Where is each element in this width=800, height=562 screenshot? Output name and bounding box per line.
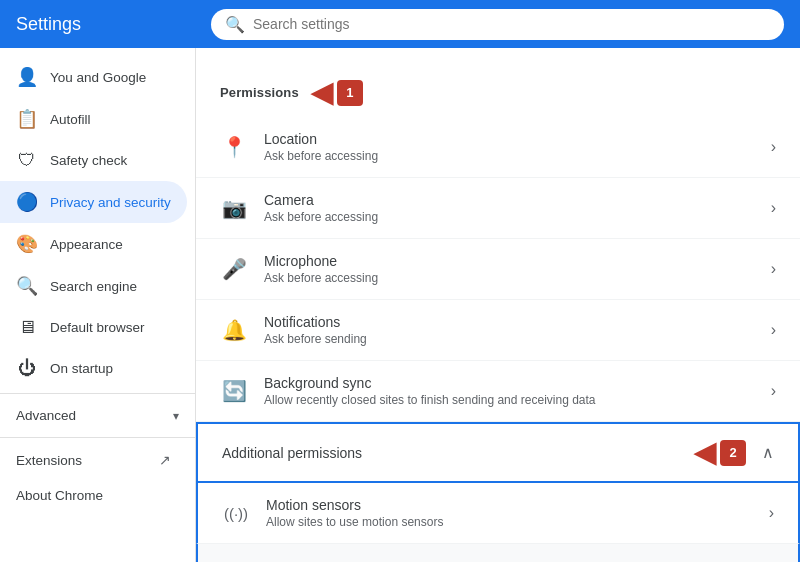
settings-item-microphone[interactable]: 🎤 Microphone Ask before accessing › [196,239,800,300]
additional-permissions-text: Additional permissions [222,445,678,461]
sidebar-item-on-startup[interactable]: ⏻ On startup [0,348,187,389]
startup-icon: ⏻ [16,358,38,379]
annotation-badge-1: 1 [337,80,363,106]
camera-arrow: › [771,199,776,217]
collapse-icon: ∧ [762,443,774,462]
notifications-arrow: › [771,321,776,339]
camera-icon: 📷 [220,196,248,220]
settings-item-camera[interactable]: 📷 Camera Ask before accessing › [196,178,800,239]
permissions-header-text: Permissions [220,85,299,100]
annotation-1-group: ◀ 1 [311,76,363,109]
sidebar-label-search-engine: Search engine [50,279,137,294]
settings-item-motion-sensors[interactable]: ((·)) Motion sensors Allow sites to use … [196,483,800,544]
search-bar[interactable]: 🔍 [211,9,784,40]
sidebar-label-default-browser: Default browser [50,320,145,335]
sidebar-divider-2 [0,437,195,438]
sidebar-item-search-engine[interactable]: 🔍 Search engine [0,265,187,307]
motion-sensors-text: Motion sensors Allow sites to use motion… [266,497,753,529]
privacy-icon: 🔵 [16,191,38,213]
external-link-icon: ↗ [159,452,171,468]
location-text: Location Ask before accessing [264,131,755,163]
permissions-section-header: Permissions ◀ 1 [196,72,800,117]
sidebar-item-autofill[interactable]: 📋 Autofill [0,98,187,140]
background-sync-title: Background sync [264,375,755,391]
app-header: Settings 🔍 [0,0,800,48]
location-subtitle: Ask before accessing [264,149,755,163]
sidebar-item-appearance[interactable]: 🎨 Appearance [0,223,187,265]
sidebar-label-on-startup: On startup [50,361,113,376]
notifications-icon: 🔔 [220,318,248,342]
sidebar-divider [0,393,195,394]
background-sync-text: Background sync Allow recently closed si… [264,375,755,407]
sidebar-label-safety-check: Safety check [50,153,127,168]
settings-item-location[interactable]: 📍 Location Ask before accessing › [196,117,800,178]
motion-sensors-title: Motion sensors [266,497,753,513]
settings-item-background-sync[interactable]: 🔄 Background sync Allow recently closed … [196,361,800,422]
camera-title: Camera [264,192,755,208]
annotation-badge-2: 2 [720,440,746,466]
search-icon: 🔍 [225,15,245,34]
sidebar-item-privacy-security[interactable]: 🔵 Privacy and security [0,181,187,223]
autofill-icon: 📋 [16,108,38,130]
microphone-icon: 🎤 [220,257,248,281]
search-input[interactable] [253,16,770,32]
sidebar-advanced-section[interactable]: Advanced ▾ [0,398,195,433]
microphone-arrow: › [771,260,776,278]
sidebar-label-about-chrome: About Chrome [16,488,103,503]
sidebar-label-you-google: You and Google [50,70,146,85]
sidebar-label-extensions: Extensions [16,453,147,468]
microphone-text: Microphone Ask before accessing [264,253,755,285]
sidebar-item-default-browser[interactable]: 🖥 Default browser [0,307,187,348]
sidebar-item-you-google[interactable]: 👤 You and Google [0,56,187,98]
browser-icon: 🖥 [16,317,38,338]
sidebar: 👤 You and Google 📋 Autofill 🛡 Safety che… [0,48,196,562]
person-icon: 👤 [16,66,38,88]
location-title: Location [264,131,755,147]
annotation-2-group: ◀ 2 [694,436,746,469]
motion-sensors-icon: ((·)) [222,505,250,522]
sidebar-label-autofill: Autofill [50,112,91,127]
appearance-icon: 🎨 [16,233,38,255]
main-content: Permissions ◀ 1 📍 Location Ask before ac… [196,48,800,562]
main-layout: 👤 You and Google 📋 Autofill 🛡 Safety che… [0,48,800,562]
sidebar-advanced-label: Advanced [16,408,165,423]
motion-sensors-arrow: › [769,504,774,522]
arrow-left-icon: ◀ [311,76,333,109]
microphone-title: Microphone [264,253,755,269]
background-sync-subtitle: Allow recently closed sites to finish se… [264,393,755,407]
microphone-subtitle: Ask before accessing [264,271,755,285]
app-title: Settings [16,14,211,35]
sidebar-item-safety-check[interactable]: 🛡 Safety check [0,140,187,181]
location-arrow: › [771,138,776,156]
notifications-title: Notifications [264,314,755,330]
settings-item-notifications[interactable]: 🔔 Notifications Ask before sending › [196,300,800,361]
settings-item-auto-downloads[interactable]: ⬇ Automatic downloads Ask when a site tr… [196,544,800,562]
background-sync-arrow: › [771,382,776,400]
sidebar-label-appearance: Appearance [50,237,123,252]
annotation-3-group: ◀ 3 [701,558,753,562]
additional-permissions-label: Additional permissions [222,445,362,461]
notifications-subtitle: Ask before sending [264,332,755,346]
location-icon: 📍 [220,135,248,159]
camera-subtitle: Ask before accessing [264,210,755,224]
arrow-left-icon-3: ◀ [701,558,723,562]
shield-icon: 🛡 [16,150,38,171]
additional-permissions-header[interactable]: Additional permissions ◀ 2 ∧ [196,422,800,483]
motion-sensors-subtitle: Allow sites to use motion sensors [266,515,753,529]
sidebar-item-extensions[interactable]: Extensions ↗ [0,442,187,478]
camera-text: Camera Ask before accessing [264,192,755,224]
arrow-left-icon-2: ◀ [694,436,716,469]
sync-icon: 🔄 [220,379,248,403]
sidebar-item-about-chrome[interactable]: About Chrome [0,478,187,513]
sidebar-label-privacy-security: Privacy and security [50,195,171,210]
notifications-text: Notifications Ask before sending [264,314,755,346]
chevron-down-icon: ▾ [173,409,179,423]
search-engine-icon: 🔍 [16,275,38,297]
